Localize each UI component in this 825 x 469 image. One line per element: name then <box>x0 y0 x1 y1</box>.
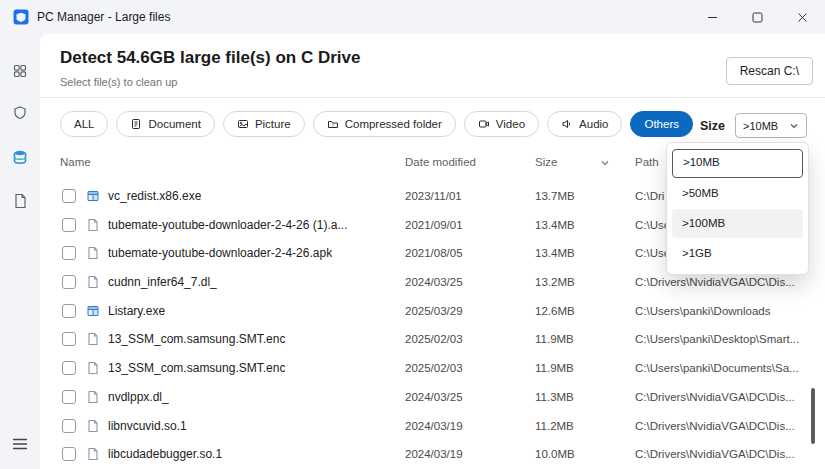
table-row[interactable]: nvdlppx.dl_ 2024/03/25 11.3MB C:\Drivers… <box>40 383 825 412</box>
column-header-size[interactable]: Size <box>535 156 557 168</box>
close-button[interactable] <box>780 0 825 34</box>
column-header-date[interactable]: Date modified <box>405 156 476 168</box>
file-size: 13.7MB <box>535 190 575 202</box>
minimize-icon <box>707 12 718 23</box>
chevron-down-icon <box>789 121 799 131</box>
page-title: Detect 54.6GB large file(s) on C Drive <box>60 48 360 68</box>
shield-icon <box>12 105 28 121</box>
header-divider <box>41 97 825 98</box>
generic-file-icon <box>86 332 100 346</box>
file-size: 11.9MB <box>535 333 574 345</box>
row-checkbox[interactable] <box>62 390 76 404</box>
file-name: tubemate-youtube-downloader-2-4-26 (1).a… <box>108 218 347 232</box>
row-checkbox[interactable] <box>62 419 76 433</box>
sidebar-item-protection[interactable] <box>0 96 40 130</box>
size-filter-label: Size <box>700 119 725 133</box>
storage-icon <box>12 149 28 165</box>
size-dropdown-menu: >10MB >50MB >100MB >1GB <box>666 142 809 275</box>
audio-icon <box>561 118 573 130</box>
column-header-name[interactable]: Name <box>60 156 91 168</box>
filter-chip-audio[interactable]: Audio <box>547 111 622 137</box>
size-menu-option[interactable]: >1GB <box>672 239 803 268</box>
option-label: >10MB <box>683 156 720 168</box>
row-checkbox[interactable] <box>62 275 76 289</box>
window-title: PC Manager - Large files <box>37 0 170 34</box>
minimize-button[interactable] <box>690 0 735 34</box>
file-size: 11.2MB <box>535 420 574 432</box>
file-path: C:\Drivers\NvidiaVGA\DC\Dis... <box>635 420 811 432</box>
generic-file-icon <box>86 275 100 289</box>
file-size: 13.4MB <box>535 219 575 231</box>
filter-chip-video[interactable]: Video <box>464 111 539 137</box>
table-row[interactable]: Listary.exe 2025/03/29 12.6MB C:\Users\p… <box>40 297 825 326</box>
sidebar-item-files[interactable] <box>0 184 40 218</box>
chip-label: ALL <box>74 118 94 130</box>
file-path: C:\Drivers\NvidiaVGA\DC\Dis... <box>635 448 811 460</box>
vertical-scrollbar-thumb[interactable] <box>811 388 815 444</box>
sidebar <box>0 34 40 469</box>
file-path: C:\Users\panki\Documents\Sa... <box>635 362 811 374</box>
chip-label: Others <box>644 118 679 130</box>
exe-file-icon <box>86 189 100 203</box>
file-date: 2025/02/03 <box>405 362 463 374</box>
row-checkbox[interactable] <box>62 361 76 375</box>
chip-label: Video <box>496 118 525 130</box>
size-menu-option[interactable]: >100MB <box>672 209 803 238</box>
file-size: 10.0MB <box>535 448 575 460</box>
file-size: 11.3MB <box>535 391 574 403</box>
file-name: tubemate-youtube-downloader-2-4-26.apk <box>108 246 332 260</box>
chip-label: Document <box>148 118 200 130</box>
file-name: 13_SSM_com.samsung.SMT.enc <box>108 332 285 346</box>
file-date: 2024/03/19 <box>405 420 463 432</box>
rescan-button[interactable]: Rescan C:\ <box>726 57 813 85</box>
generic-file-icon <box>86 246 100 260</box>
chip-label: Picture <box>255 118 291 130</box>
sidebar-item-home[interactable] <box>0 54 40 88</box>
size-filter-dropdown[interactable]: >10MB <box>735 113 807 138</box>
file-path: C:\Users\panki\Desktop\Smart... <box>635 333 811 345</box>
filter-chip-all[interactable]: ALL <box>60 111 108 137</box>
file-date: 2021/09/01 <box>405 219 463 231</box>
filter-chip-compressed-folder[interactable]: Compressed folder <box>313 111 456 137</box>
size-filter-value: >10MB <box>743 120 778 132</box>
column-header-path[interactable]: Path <box>635 156 659 168</box>
filter-chip-document[interactable]: Document <box>116 111 214 137</box>
table-row[interactable]: 13_SSM_com.samsung.SMT.enc 2025/02/03 11… <box>40 354 825 383</box>
sidebar-item-storage[interactable] <box>0 140 40 174</box>
generic-file-icon <box>86 218 100 232</box>
row-checkbox[interactable] <box>62 246 76 260</box>
filter-chip-others[interactable]: Others <box>630 111 693 137</box>
document-icon <box>130 118 142 130</box>
file-path: C:\Drivers\NvidiaVGA\DC\Dis... <box>635 391 811 403</box>
file-date: 2023/11/01 <box>405 190 462 202</box>
table-row[interactable]: libnvcuvid.so.1 2024/03/19 11.2MB C:\Dri… <box>40 412 825 441</box>
row-checkbox[interactable] <box>62 447 76 461</box>
file-name: nvdlppx.dl_ <box>108 390 169 404</box>
size-menu-option[interactable]: >50MB <box>672 179 803 208</box>
generic-file-icon <box>86 390 100 404</box>
sidebar-menu-button[interactable] <box>0 427 40 461</box>
size-menu-option[interactable]: >10MB <box>672 149 803 178</box>
titlebar: PC Manager - Large files <box>0 0 825 34</box>
chip-label: Compressed folder <box>345 118 442 130</box>
file-name: libcudadebugger.so.1 <box>108 447 222 461</box>
zip-icon <box>327 118 339 130</box>
file-path: C:\Users\panki\Downloads <box>635 305 811 317</box>
maximize-icon <box>752 12 763 23</box>
generic-file-icon <box>86 361 100 375</box>
row-checkbox[interactable] <box>62 189 76 203</box>
table-row[interactable]: libcudadebugger.so.1 2024/03/19 10.0MB C… <box>40 440 825 469</box>
page-subtitle: Select file(s) to clean up <box>60 76 177 88</box>
table-row[interactable]: 13_SSM_com.samsung.SMT.enc 2025/02/03 11… <box>40 325 825 354</box>
row-checkbox[interactable] <box>62 218 76 232</box>
document-icon <box>13 193 28 209</box>
filter-chip-picture[interactable]: Picture <box>223 111 305 137</box>
file-name: cudnn_infer64_7.dl_ <box>108 275 217 289</box>
video-icon <box>478 118 490 130</box>
sort-chevron-down-icon[interactable] <box>600 158 610 170</box>
row-checkbox[interactable] <box>62 304 76 318</box>
file-size: 12.6MB <box>535 305 575 317</box>
maximize-button[interactable] <box>735 0 780 34</box>
file-name: 13_SSM_com.samsung.SMT.enc <box>108 361 285 375</box>
row-checkbox[interactable] <box>62 332 76 346</box>
